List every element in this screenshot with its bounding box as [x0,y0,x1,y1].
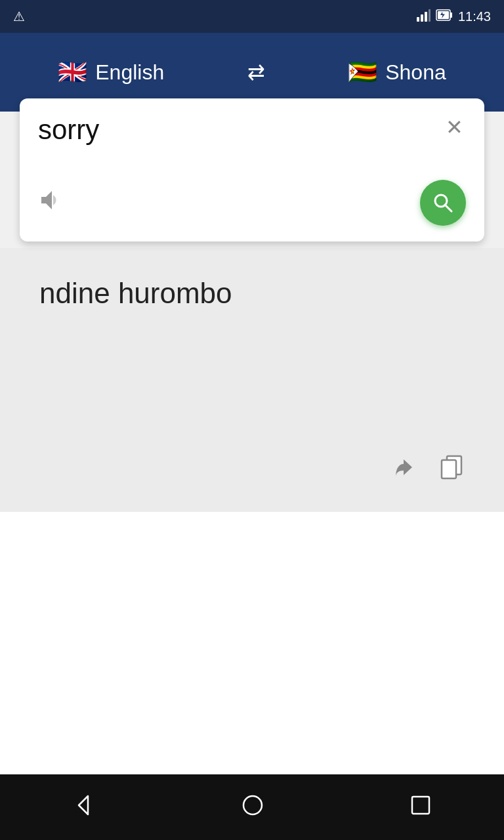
target-flag: 🇿🇼 [348,58,377,86]
svg-rect-1 [421,14,423,22]
input-bottom-row [38,180,466,226]
source-flag: 🇬🇧 [58,58,87,86]
input-text[interactable]: sorry [38,114,443,146]
target-lang-name: Shona [385,60,446,85]
svg-rect-13 [412,797,429,814]
status-right: 11:43 [416,8,491,26]
battery-icon [436,8,453,26]
svg-rect-2 [425,12,427,22]
home-button[interactable] [221,787,284,828]
svg-rect-3 [429,9,430,22]
svg-point-12 [243,796,262,814]
svg-rect-0 [417,17,419,22]
search-button[interactable] [420,180,466,226]
status-left: ⚠ [13,9,25,24]
recent-apps-button[interactable] [390,788,452,828]
swap-languages-button[interactable]: ⇄ [241,53,272,91]
source-lang-name: English [95,60,164,85]
back-button[interactable] [52,787,116,828]
input-top-row: sorry ✕ [38,114,466,167]
svg-line-8 [445,205,452,211]
translated-text: ndine hurombo [39,274,465,312]
target-language-selector[interactable]: 🇿🇼 Shona [348,58,446,86]
signal-icon [416,8,430,26]
input-card: sorry ✕ [20,98,484,242]
source-language-selector[interactable]: 🇬🇧 English [58,58,164,86]
svg-rect-10 [442,460,456,478]
clear-button[interactable]: ✕ [443,114,466,140]
content-area [0,512,504,774]
bottom-nav [0,774,504,840]
svg-rect-5 [450,12,452,18]
copy-button[interactable] [438,454,465,486]
result-area: ndine hurombo [0,248,504,512]
result-actions [39,441,465,486]
share-button[interactable] [394,454,420,486]
warning-icon: ⚠ [13,9,25,24]
svg-marker-11 [79,796,88,814]
status-bar: ⚠ 11:43 [0,0,504,33]
clock: 11:43 [458,9,491,24]
speaker-button[interactable] [38,188,62,217]
